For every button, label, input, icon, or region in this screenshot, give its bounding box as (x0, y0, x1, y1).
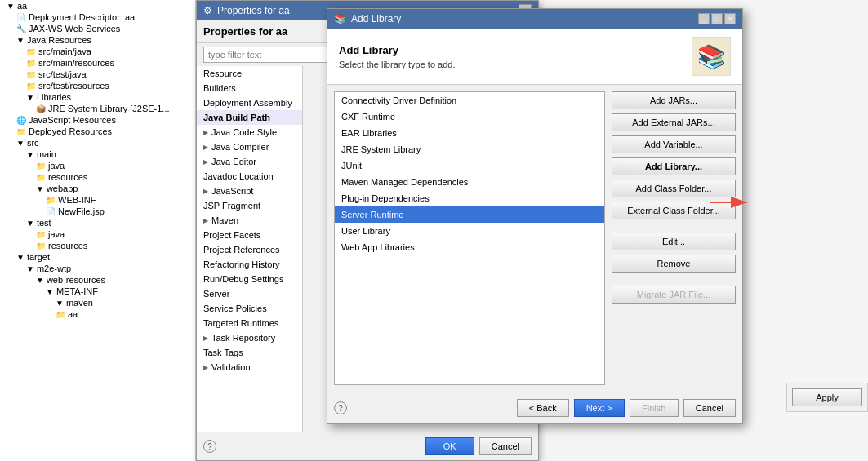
add-lib-help-icon[interactable]: ? (334, 401, 347, 414)
tree-item-label: webapp (47, 184, 78, 193)
tree-item-src-main-java[interactable]: 📁 src/main/java (0, 46, 195, 57)
back-button[interactable]: < Back (517, 399, 569, 417)
nav-item-builders[interactable]: Builders (197, 81, 302, 95)
tree-item-deployed[interactable]: 📁 Deployed Resources (0, 126, 195, 137)
nav-item-label: Run/Debug Settings (203, 274, 283, 284)
edit-button[interactable]: Edit... (612, 233, 736, 250)
tree-item-label: target (27, 252, 50, 262)
lib-item-webapp[interactable]: Web App Libraries (335, 239, 604, 255)
lib-item-plugin[interactable]: Plug-in Dependencies (335, 190, 604, 206)
tree-item-webapp[interactable]: ▼ webapp (0, 183, 195, 194)
migrate-jar-button[interactable]: Migrate JAR File... (612, 286, 736, 304)
tree-item-test-res[interactable]: 📁 resources (0, 240, 195, 251)
tree-item-target[interactable]: ▼ target (0, 251, 195, 263)
properties-footer: ? OK Cancel (197, 432, 538, 460)
library-list[interactable]: Connectivity Driver Definition CXF Runti… (334, 91, 605, 385)
nav-item-deploy[interactable]: Deployment Assembly (197, 95, 302, 110)
lib-item-server-runtime[interactable]: Server Runtime (335, 206, 604, 223)
tree-item-libraries[interactable]: ▼ Libraries (0, 91, 195, 103)
add-library-button[interactable]: Add Library... (612, 157, 736, 175)
nav-item-project-refs[interactable]: Project References (197, 242, 302, 257)
tree-item-meta-inf[interactable]: ▼ META-INF (0, 286, 195, 297)
tree-item-label: m2e-wtp (37, 264, 71, 273)
lib-item-jre[interactable]: JRE System Library (335, 141, 604, 157)
nav-item-task-tags[interactable]: Task Tags (197, 345, 302, 360)
lib-item-user[interactable]: User Library (335, 223, 604, 239)
tree-item-newfile[interactable]: 📄 NewFile.jsp (0, 206, 195, 217)
lib-item-cxf[interactable]: CXF Runtime (335, 109, 604, 125)
add-variable-button[interactable]: Add Variable... (612, 135, 736, 153)
tree-item-label: resources (48, 172, 87, 182)
nav-item-task-repo[interactable]: ▶ Task Repository (197, 330, 302, 345)
add-class-folder-button[interactable]: Add Class Folder... (612, 180, 736, 197)
nav-item-run-debug[interactable]: Run/Debug Settings (197, 272, 302, 286)
tree-item-label: test (37, 218, 51, 228)
cancel-button[interactable]: Cancel (683, 399, 736, 417)
tree-item-maven[interactable]: ▼ maven (0, 297, 195, 308)
nav-item-java-build[interactable]: Java Build Path (197, 110, 302, 125)
tree-item-m2e[interactable]: ▼ m2e-wtp (0, 263, 195, 274)
lib-item-junit[interactable]: JUnit (335, 157, 604, 174)
tree-item-resources[interactable]: 📁 resources (0, 171, 195, 183)
tree-item-main[interactable]: ▼ main (0, 148, 195, 160)
nav-item-validation[interactable]: ▶ Validation (197, 360, 302, 375)
tree-item-aa[interactable]: ▼ aa (0, 0, 195, 11)
jsp-icon: 📄 (46, 207, 56, 216)
nav-item-jsp[interactable]: JSP Fragment (197, 198, 302, 213)
expand-arrow-icon: ▶ (203, 364, 208, 371)
nav-item-javadoc[interactable]: Javadoc Location (197, 169, 302, 184)
nav-item-label: Java Build Path (203, 113, 270, 122)
nav-item-javascript[interactable]: ▶ JavaScript (197, 184, 302, 198)
nav-item-project-facets[interactable]: Project Facets (197, 228, 302, 242)
tree-item-jre[interactable]: 📦 JRE System Library [J2SE-1... (0, 103, 195, 114)
tree-item-label: Deployment Descriptor: aa (29, 12, 135, 22)
apply-panel: Apply (786, 383, 868, 412)
nav-item-java-compiler[interactable]: ▶ Java Compiler (197, 140, 302, 154)
nav-item-maven[interactable]: ▶ Maven (197, 213, 302, 228)
tree-item-src[interactable]: ▼ src (0, 137, 195, 148)
folder-icon: 📁 (36, 173, 46, 182)
tree-item-label: src/main/java (38, 47, 91, 56)
tree-item-aa-sub[interactable]: 📁 aa (0, 308, 195, 320)
nav-item-refactoring[interactable]: Refactoring History (197, 257, 302, 272)
external-class-folder-button[interactable]: External Class Folder... (612, 202, 736, 219)
folder-icon: ▼ (56, 299, 64, 308)
minimize-button[interactable]: _ (698, 13, 710, 24)
nav-item-label: Java Editor (211, 157, 256, 166)
nav-item-server[interactable]: Server (197, 286, 302, 301)
add-external-jars-button[interactable]: Add External JARs... (612, 113, 736, 131)
add-jars-button[interactable]: Add JARs... (612, 91, 736, 109)
tree-item-src-test-java[interactable]: 📁 src/test/java (0, 69, 195, 80)
ok-button[interactable]: OK (425, 437, 474, 455)
apply-button[interactable]: Apply (792, 388, 862, 406)
lib-item-maven[interactable]: Maven Managed Dependencies (335, 174, 604, 190)
maximize-button[interactable]: □ (711, 13, 723, 24)
nav-item-java-editor[interactable]: ▶ Java Editor (197, 154, 302, 169)
nav-item-resource[interactable]: Resource (197, 66, 302, 81)
properties-nav: Resource Builders Deployment Assembly Ja… (197, 66, 303, 432)
tree-item-java[interactable]: 📁 java (0, 160, 195, 171)
nav-item-targeted[interactable]: Targeted Runtimes (197, 316, 302, 330)
nav-item-service-policies[interactable]: Service Policies (197, 301, 302, 316)
tree-item-test[interactable]: ▼ test (0, 217, 195, 228)
tree-item-webinf[interactable]: 📁 WEB-INF (0, 194, 195, 206)
finish-button[interactable]: Finish (630, 399, 679, 417)
next-button[interactable]: Next > (574, 399, 625, 417)
nav-item-java-code[interactable]: ▶ Java Code Style (197, 125, 302, 140)
lib-item-connectivity[interactable]: Connectivity Driver Definition (335, 92, 604, 109)
folder-icon: 📁 (36, 230, 46, 239)
lib-item-ear[interactable]: EAR Libraries (335, 125, 604, 141)
tree-item-jaxws[interactable]: 🔧 JAX-WS Web Services (0, 23, 195, 34)
tree-item-test-java[interactable]: 📁 java (0, 228, 195, 240)
close-button[interactable]: ✕ (724, 13, 736, 24)
help-icon[interactable]: ? (203, 440, 216, 453)
tree-item-src-test-res[interactable]: 📁 src/test/resources (0, 80, 195, 91)
tree-item-src-main-res[interactable]: 📁 src/main/resources (0, 57, 195, 69)
tree-item-js-res[interactable]: 🌐 JavaScript Resources (0, 114, 195, 126)
folder-icon: 📁 (56, 310, 65, 319)
remove-button[interactable]: Remove (612, 255, 736, 273)
tree-item-web-res[interactable]: ▼ web-resources (0, 274, 195, 286)
tree-item-java-resources[interactable]: ▼ Java Resources (0, 34, 195, 46)
cancel-button[interactable]: Cancel (479, 437, 532, 455)
tree-item-deployment[interactable]: 📄 Deployment Descriptor: aa (0, 11, 195, 23)
